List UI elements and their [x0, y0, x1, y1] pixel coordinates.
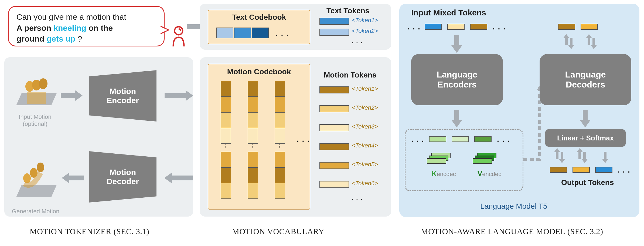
dec-feedback-1: [565, 38, 568, 45]
motion-token-5-label: <Token5>: [352, 161, 378, 168]
motion-decoder-label: Motion Decoder: [107, 168, 139, 186]
dec-feedback-2b: [592, 38, 595, 45]
language-decoders-block: Language Decoders: [540, 54, 631, 105]
motion-token-1-pill: [319, 86, 349, 93]
caption-tokenizer: MOTION TOKENIZER (SEC. 3.1): [30, 227, 149, 236]
out-arrow-2b: [583, 152, 586, 159]
dec-input-token-2: [581, 24, 598, 30]
speech-bold2: on the: [88, 23, 113, 32]
text-token-2-pill: [319, 29, 349, 36]
output-tokens-title: Output Tokens: [561, 178, 614, 187]
motion-encoder-label: Motion Encoder: [107, 87, 139, 105]
svg-point-4: [39, 78, 47, 89]
text-codebook-title: Text Codebook: [208, 13, 310, 22]
arrow-input-to-encoder: [61, 93, 76, 98]
language-encoders-label: Language Encoders: [437, 70, 477, 90]
language-encoders-block: Language Encoders: [411, 54, 503, 105]
text-codebook: Text Codebook . . .: [208, 10, 310, 44]
motion-token-6-pill: [319, 181, 349, 188]
dec-feedback-1b: [570, 38, 573, 45]
arrow-decoder-to-linear: [583, 110, 588, 120]
motion-token-1-label: <Token1>: [352, 85, 378, 92]
motion-token-3-pill: [319, 124, 349, 131]
enc-out-1: [429, 136, 446, 142]
text-token-1-label: <Token1>: [352, 17, 378, 24]
speech-suffix: ?: [78, 34, 82, 43]
motion-tokens-title: Motion Tokens: [324, 71, 376, 79]
caption-lm: MOTION-AWARE LANGUAGE MODEL (SEC. 3.2): [421, 227, 603, 236]
speech-tail: [161, 26, 170, 34]
enc-out-2: [452, 136, 469, 142]
speech-bold3: ground: [16, 34, 44, 43]
svg-point-9: [37, 163, 44, 172]
motion-token-4-pill: [319, 143, 349, 150]
output-token-3: [595, 167, 612, 173]
svg-point-7: [23, 173, 31, 183]
motion-encoder-block: Motion Encoder: [89, 70, 156, 122]
output-token-1: [550, 167, 567, 173]
input-motion-visual: [11, 62, 59, 116]
motion-decoder-block: Motion Decoder: [89, 151, 156, 203]
lm-t5-caption: Language Model T5: [480, 202, 547, 211]
speech-bubble: Can you give me a motion that A person k…: [8, 6, 165, 46]
speech-bold1: A person: [16, 23, 51, 32]
motion-codebook-title: Motion Codebook: [208, 68, 310, 76]
k-sub: encdec: [437, 171, 456, 177]
dec-input-token-1: [558, 24, 575, 30]
speech-kw1: kneeling: [53, 23, 86, 32]
dec-feedback-2: [588, 38, 590, 45]
motion-token-6-label: <Token6>: [352, 180, 378, 187]
out-arrow-1a: [556, 152, 558, 159]
motion-token-2-pill: [319, 105, 349, 112]
text-token-2-label: <Token2>: [352, 28, 378, 35]
motion-token-3-label: <Token3>: [352, 123, 378, 130]
motion-token-2-label: <Token2>: [352, 104, 378, 111]
svg-point-0: [175, 27, 183, 35]
text-token-1-pill: [319, 18, 349, 25]
output-token-2: [573, 167, 590, 173]
out-arrow-2a: [578, 152, 581, 159]
v-label: V: [478, 170, 482, 178]
svg-rect-5: [27, 92, 46, 104]
input-mixed-title: Input Mixed Tokens: [411, 8, 486, 17]
v-sub: encdec: [482, 171, 501, 177]
input-motion-label: Input Motion(optional): [11, 113, 59, 127]
motion-token-5-pill: [319, 162, 349, 169]
arrow-decoder-to-output: [69, 176, 84, 180]
linear-softmax-label: Linear + Softmax: [557, 134, 614, 142]
motion-token-4-label: <Token4>: [352, 142, 378, 149]
speech-prefix: Can you give me a motion that: [16, 12, 126, 21]
generated-motion-visual: [11, 146, 59, 205]
linear-softmax-block: Linear + Softmax: [545, 129, 626, 147]
input-token-y1: [447, 24, 465, 30]
speech-kw2: gets up: [47, 34, 76, 43]
enc-out-3: [474, 136, 492, 142]
input-token-blue: [425, 24, 442, 30]
arrow-input-to-encoder: [454, 35, 459, 46]
text-tokens-title: Text Tokens: [326, 6, 369, 15]
user-icon: [171, 26, 186, 47]
input-token-y2: [470, 24, 487, 30]
out-arrow-3: [604, 152, 606, 159]
caption-vocab: MOTION VOCABULARY: [232, 227, 324, 236]
arrow-encoder-to-kv: [454, 110, 459, 120]
arrow-codebook-to-decoder: [171, 176, 193, 180]
language-decoders-label: Language Decoders: [565, 70, 606, 90]
k-label: K: [432, 170, 437, 178]
generated-motion-label: Generated Motion: [9, 208, 63, 215]
out-arrow-1b: [561, 152, 563, 159]
arrow-encoder-to-codebook: [165, 93, 186, 98]
svg-marker-6: [16, 185, 57, 197]
